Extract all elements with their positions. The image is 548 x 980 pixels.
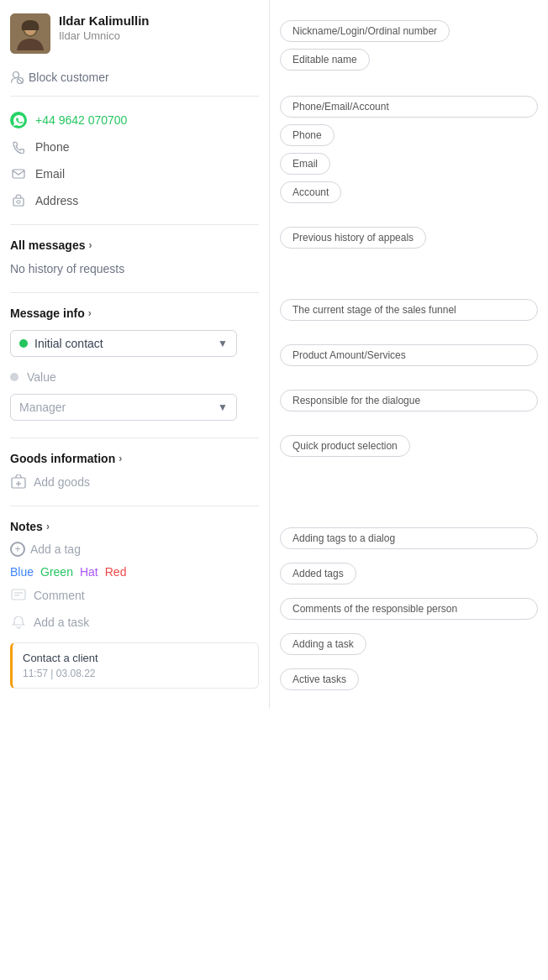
all-messages-label: All messages — [10, 238, 86, 252]
active-tasks-badge: Active tasks — [280, 668, 359, 690]
task-card-time: 11:57 | 03.08.22 — [23, 668, 248, 679]
svg-rect-8 — [17, 201, 20, 203]
nickname-badge: Nickname/Login/Ordinal number — [280, 20, 450, 42]
added-tags-badge: Added tags — [280, 563, 356, 584]
contact-section: +44 9642 070700 Phone Email — [10, 97, 259, 225]
message-info-section: Message info › Initial contact ▼ Value M… — [10, 293, 259, 438]
comment-icon — [10, 587, 27, 604]
green-dot — [19, 339, 28, 348]
phone-icon — [10, 139, 27, 155]
responsible-dialogue-badge: Responsible for the dialogue — [280, 390, 538, 411]
address-icon — [10, 192, 27, 209]
chevron-right-icon2: › — [88, 307, 92, 319]
task-card[interactable]: Contact a client 11:57 | 03.08.22 — [10, 642, 259, 689]
svg-rect-7 — [13, 198, 24, 206]
svg-rect-6 — [13, 170, 24, 178]
add-tag-icon: + — [10, 542, 25, 557]
svg-rect-12 — [12, 590, 25, 600]
profile-name: Ildar Kalimullin — [59, 13, 150, 28]
email-label: Email — [35, 167, 65, 181]
editable-name-badge: Editable name — [280, 49, 370, 71]
no-history-text: No history of requests — [10, 255, 259, 282]
avatar — [10, 13, 50, 54]
add-task-row[interactable]: Add a task — [10, 609, 259, 636]
address-label: Address — [35, 194, 78, 207]
right-panel: Nickname/Login/Ordinal number Editable n… — [270, 0, 548, 709]
tag-red[interactable]: Red — [105, 565, 127, 579]
task-card-title: Contact a client — [23, 652, 248, 664]
email-icon — [10, 165, 27, 182]
manager-label: Manager — [19, 401, 218, 414]
contact-badges: Phone/Email/Account Phone Email Account — [280, 96, 538, 203]
chevron-right-icon4: › — [46, 521, 50, 532]
block-customer-button[interactable]: Block customer — [29, 71, 109, 84]
value-row: Value — [10, 364, 259, 390]
notes-header[interactable]: Notes › — [10, 516, 259, 537]
goods-header[interactable]: Goods information › — [10, 448, 259, 469]
tag-green[interactable]: Green — [40, 565, 73, 579]
previous-history-badge: Previous history of appeals — [280, 227, 426, 249]
message-info-label: Message info — [10, 307, 85, 320]
whatsapp-icon — [10, 112, 27, 128]
person-block-icon — [10, 71, 24, 84]
add-tag-label: Add a tag — [30, 542, 81, 556]
add-tag-row[interactable]: + Add a tag — [10, 537, 259, 562]
notes-section: Notes › + Add a tag Blue Green Hat Red — [10, 506, 259, 699]
nickname-badge-row: Nickname/Login/Ordinal number — [280, 20, 538, 42]
email-row: Email — [10, 160, 259, 187]
goods-section: Goods information › Add goods — [10, 438, 259, 506]
chevron-right-icon: › — [89, 239, 92, 251]
add-goods-label: Add goods — [34, 475, 90, 489]
message-info-header[interactable]: Message info › — [10, 303, 259, 323]
history-badge-row: Previous history of appeals — [280, 227, 538, 249]
initial-contact-select[interactable]: Initial contact ▼ — [10, 330, 237, 357]
phone-badge: Phone — [280, 124, 335, 146]
account-badge: Account — [280, 181, 341, 203]
profile-info: Ildar Kalimullin Ildar Umnico — [59, 13, 150, 42]
phone-row: Phone — [10, 134, 259, 160]
primary-phone-row: +44 9642 070700 — [10, 107, 259, 134]
primary-phone-text: +44 9642 070700 — [35, 113, 127, 127]
all-messages-section: All messages › No history of requests — [10, 225, 259, 293]
add-task-label: Add a task — [34, 616, 89, 629]
value-placeholder: Value — [27, 370, 56, 384]
profile-section: Ildar Kalimullin Ildar Umnico — [10, 13, 259, 66]
dropdown-arrow-icon2: ▼ — [218, 401, 228, 413]
product-amount-badge: Product Amount/Services — [280, 344, 538, 366]
phone-label: Phone — [35, 140, 69, 154]
editable-name-badge-row: Editable name — [280, 49, 538, 71]
adding-tags-badge: Adding tags to a dialog — [280, 527, 538, 549]
svg-line-5 — [18, 79, 22, 82]
dropdown-arrow-icon: ▼ — [218, 338, 228, 349]
email-badge: Email — [280, 153, 330, 175]
sales-funnel-badge: The current stage of the sales funnel — [280, 299, 538, 321]
tag-hat[interactable]: Hat — [80, 565, 98, 579]
initial-contact-label: Initial contact — [34, 337, 218, 350]
tag-blue[interactable]: Blue — [10, 565, 34, 579]
add-goods-row[interactable]: Add goods — [10, 469, 259, 495]
adding-task-badge: Adding a task — [280, 633, 366, 655]
address-row: Address — [10, 187, 259, 214]
chevron-right-icon3: › — [119, 453, 122, 464]
comment-label: Comment — [34, 589, 85, 602]
block-customer-row: Block customer — [10, 66, 259, 86]
message-info-badges: The current stage of the sales funnel Pr… — [280, 299, 538, 411]
quick-product-badge: Quick product selection — [280, 435, 410, 457]
comment-row[interactable]: Comment — [10, 582, 259, 609]
phone-email-account-badge: Phone/Email/Account — [280, 96, 538, 118]
notes-badges: Adding tags to a dialog Added tags Comme… — [280, 527, 538, 690]
goods-icon — [10, 474, 27, 490]
manager-select[interactable]: Manager ▼ — [10, 394, 237, 421]
all-messages-header[interactable]: All messages › — [10, 235, 259, 255]
tags-row: Blue Green Hat Red — [10, 562, 259, 582]
notes-label: Notes — [10, 520, 43, 533]
gray-dot — [10, 373, 18, 381]
bell-icon — [10, 614, 27, 631]
profile-badges: Nickname/Login/Ordinal number Editable n… — [280, 10, 538, 71]
profile-subtitle: Ildar Umnico — [59, 29, 150, 42]
goods-badge-row: Quick product selection — [280, 435, 538, 457]
svg-point-3 — [13, 72, 19, 78]
goods-label: Goods information — [10, 452, 115, 465]
comments-responsible-badge: Comments of the responsible person — [280, 598, 538, 620]
